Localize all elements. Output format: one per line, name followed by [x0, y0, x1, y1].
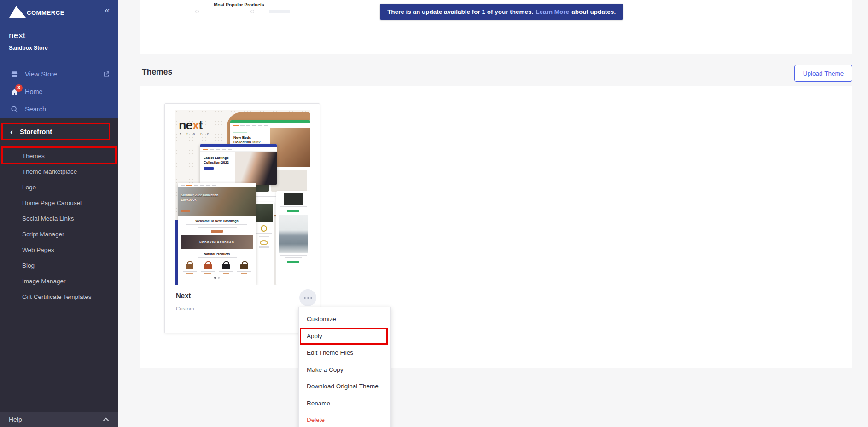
- chevron-left-icon: ‹: [10, 128, 13, 136]
- context-menu-item[interactable]: Delete: [299, 412, 390, 427]
- learn-more-link[interactable]: Learn More: [536, 8, 569, 15]
- context-menu-item-label: Make a Copy: [307, 366, 344, 373]
- preview-banner-label: HODGKIN HANDBAG: [197, 240, 237, 245]
- sidebar-item-label: View Store: [25, 70, 57, 78]
- preview-text-bar: [259, 236, 269, 237]
- preview-handbag-banner: HODGKIN HANDBAG: [181, 235, 253, 249]
- help-label: Help: [9, 416, 22, 423]
- store-plan-label: Sandbox Store: [9, 45, 48, 51]
- sidebar-sub-item[interactable]: Script Manager: [0, 226, 118, 242]
- bigcommerce-logo[interactable]: BIGCOMMERCE: [9, 6, 64, 18]
- sidebar-sub-item[interactable]: Gift Certificate Templates: [0, 289, 118, 304]
- sidebar-sub-item[interactable]: Web Pages: [0, 242, 118, 257]
- preview-necklace-icon: [261, 225, 267, 232]
- context-menu-item-label: Apply: [307, 333, 322, 339]
- banner-suffix: about updates.: [571, 8, 616, 15]
- current-theme-preview-card: Most Popular Products: [159, 0, 319, 27]
- next-store-logo: next s t o r e: [179, 119, 211, 135]
- sidebar-sub-item[interactable]: Image Manager: [0, 273, 118, 289]
- theme-preview-image[interactable]: next s t o r e New Beds Collection 2022: [175, 110, 310, 285]
- home-icon: 3: [10, 88, 19, 96]
- preview-pagination-dots: [178, 277, 256, 279]
- preview-window-handbags: Summer 2022 Collection Lookbook Welcome …: [178, 183, 256, 285]
- preview-model-image: [235, 152, 277, 185]
- sidebar-section-storefront[interactable]: ‹ Storefront: [0, 123, 118, 140]
- sidebar-item-search[interactable]: Search: [0, 100, 118, 118]
- product-placeholder-bar: [269, 10, 290, 13]
- home-badge: 3: [15, 84, 23, 92]
- context-menu-item[interactable]: Apply: [299, 328, 390, 345]
- handbag-icon: [222, 264, 230, 269]
- preview-nav-bar: [230, 123, 310, 128]
- product-placeholder-icon: [195, 10, 199, 13]
- store-name: next: [9, 30, 25, 41]
- context-menu-item-label: Edit Theme Files: [307, 349, 353, 356]
- preview-text-bar: [285, 257, 302, 258]
- sidebar-sub-item[interactable]: Home Page Carousel: [0, 195, 118, 211]
- storefront-icon: [10, 70, 19, 79]
- logo-rest: COMMERCE: [27, 9, 64, 16]
- sidebar-sub-item[interactable]: Blog: [0, 257, 118, 273]
- preview-text-bar: [280, 255, 307, 256]
- preview-beds-heading: New Beds Collection 2022: [233, 135, 268, 145]
- theme-context-menu: Customize Apply Edit Theme Files Make a …: [298, 307, 391, 427]
- preview-summer-heading: Summer 2022 Collection Lookbook: [181, 193, 229, 202]
- context-menu-item[interactable]: Edit Theme Files: [299, 345, 390, 362]
- theme-options-button[interactable]: [299, 289, 316, 306]
- sidebar-sub-item[interactable]: Social Media Links: [0, 211, 118, 226]
- preview-text-bar: [186, 224, 248, 225]
- sidebar-sub-item[interactable]: Logo: [0, 179, 118, 195]
- sidebar-item-view-store[interactable]: View Store: [0, 65, 118, 83]
- search-icon: [10, 105, 19, 114]
- preview-nav-bar: [200, 147, 277, 152]
- preview-featured-heading: Natural Products: [178, 252, 256, 256]
- sidebar-top-section: BIGCOMMERCE « next Sandbox Store View St…: [0, 0, 118, 118]
- product-placeholder-icon: [250, 10, 254, 13]
- preview-button-bar: [211, 230, 223, 233]
- preview-earrings-heading: Latest Earrings Collection 2022: [204, 156, 233, 165]
- preview-column-furniture: [276, 191, 310, 285]
- logo-subtext: s t o r e: [180, 132, 211, 135]
- preview-text-bar: [280, 206, 307, 207]
- sidebar-storefront-items: Themes Theme Marketplace Logo Home Page …: [0, 148, 118, 304]
- sidebar-sub-item[interactable]: Themes: [0, 148, 118, 164]
- preview-welcome-heading: Welcome To Next Handbags: [178, 219, 256, 222]
- preview-button-bar: [181, 210, 190, 212]
- context-menu-item[interactable]: Make a Copy: [299, 362, 390, 379]
- theme-type-label: Custom: [176, 306, 194, 311]
- sidebar-collapse-icon[interactable]: «: [105, 5, 110, 15]
- preview-product-row: [178, 258, 256, 274]
- preview-header-bar: [230, 120, 310, 123]
- sidebar-sub-item[interactable]: Theme Marketplace: [0, 164, 118, 179]
- preview-text-bar: [256, 233, 272, 234]
- theme-update-banner: There is an update available for 1 of yo…: [380, 4, 623, 20]
- logo-part: t: [199, 118, 203, 132]
- context-menu-item[interactable]: Rename: [299, 395, 390, 412]
- preview-button-bar: [204, 167, 214, 170]
- context-menu-item[interactable]: Download Original Theme: [299, 378, 390, 395]
- preview-tag-bar: [233, 132, 247, 133]
- logo-part: x: [192, 118, 199, 132]
- preview-button-bar: [287, 210, 299, 212]
- sidebar-item-label: Home: [25, 88, 43, 95]
- preview-text-bar: [198, 227, 237, 228]
- help-bar[interactable]: Help: [0, 412, 118, 427]
- sidebar: BIGCOMMERCE « next Sandbox Store View St…: [0, 0, 118, 427]
- context-menu-item-label: Delete: [307, 416, 325, 423]
- preview-image-placeholder: [255, 204, 273, 222]
- theme-card-next: next s t o r e New Beds Collection 2022: [164, 103, 320, 333]
- handbag-icon: [186, 264, 193, 269]
- preview-wall-art: [284, 193, 303, 205]
- chevron-up-icon: [103, 417, 109, 423]
- banner-text: There is an update available for 1 of yo…: [387, 8, 533, 15]
- preview-armchair-image: [279, 215, 308, 253]
- sidebar-item-home[interactable]: 3 Home: [0, 83, 118, 100]
- handbag-icon: [240, 264, 248, 269]
- sidebar-item-label: Search: [25, 105, 46, 113]
- preview-bracelet-icon: [260, 240, 268, 245]
- preview-text-bar: [259, 246, 269, 248]
- context-menu-item[interactable]: Customize: [299, 311, 390, 328]
- preview-button-bar: [287, 261, 299, 263]
- sidebar-primary-nav: View Store 3 Home Search: [0, 65, 118, 118]
- upload-theme-button[interactable]: Upload Theme: [794, 65, 852, 82]
